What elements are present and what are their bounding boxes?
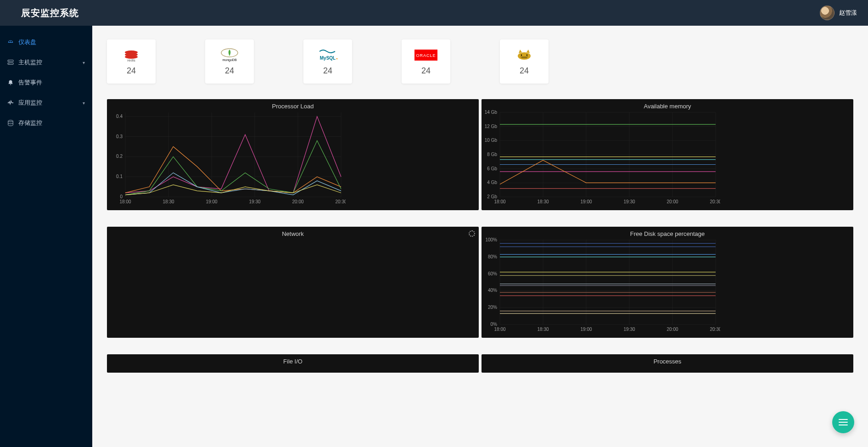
svg-text:2 Gb: 2 Gb [487, 194, 497, 199]
svg-text:19:00: 19:00 [580, 199, 592, 204]
dashboard-icon [7, 39, 14, 45]
card-value: 24 [421, 66, 431, 76]
svg-text:0.4: 0.4 [116, 114, 123, 119]
card-value: 24 [225, 66, 234, 76]
svg-point-17 [526, 54, 527, 56]
svg-text:mongoDB: mongoDB [222, 58, 236, 62]
server-icon [7, 59, 14, 66]
oracle-icon: ORACLE [412, 48, 440, 62]
chart-available-memory[interactable]: Available memory 2 Gb4 Gb6 Gb8 Gb10 Gb12… [482, 99, 853, 210]
svg-text:0: 0 [120, 194, 123, 199]
sidebar-item-dashboard[interactable]: 仪表盘 [0, 32, 92, 52]
svg-point-12 [336, 58, 338, 59]
service-cards: redis 24 mongoDB 24 MySQL 24 ORACLE [107, 39, 853, 84]
svg-text:20:00: 20:00 [666, 199, 678, 204]
svg-text:20:00: 20:00 [666, 327, 678, 332]
chart-disk[interactable]: Free Disk space percentage 0%20%40%60%80… [482, 227, 853, 338]
card-redis[interactable]: redis 24 [107, 39, 156, 84]
card-mongodb[interactable]: mongoDB 24 [205, 39, 254, 84]
svg-text:20:30: 20:30 [710, 327, 720, 332]
user-area[interactable]: 赵雪漾 [820, 6, 857, 20]
card-value: 24 [520, 66, 529, 76]
user-name: 赵雪漾 [839, 9, 857, 17]
svg-text:19:00: 19:00 [580, 327, 592, 332]
svg-text:18:30: 18:30 [162, 199, 174, 204]
chart-title: Free Disk space percentage [482, 227, 853, 237]
svg-text:18:30: 18:30 [537, 199, 549, 204]
sidebar-item-storage[interactable]: 存储监控 [0, 113, 92, 133]
chart-title: Available memory [482, 99, 853, 110]
main-content: redis 24 mongoDB 24 MySQL 24 ORACLE [92, 26, 868, 447]
svg-point-2 [9, 61, 9, 61]
svg-text:19:30: 19:30 [623, 199, 635, 204]
card-tomcat[interactable]: 24 [500, 39, 549, 84]
bell-icon [7, 79, 14, 86]
svg-text:0.3: 0.3 [116, 134, 123, 139]
card-value: 24 [127, 66, 136, 76]
database-icon [7, 120, 14, 126]
mongodb-icon: mongoDB [216, 48, 243, 62]
card-value: 24 [323, 66, 332, 76]
svg-text:18:00: 18:00 [119, 199, 131, 204]
svg-text:redis: redis [127, 58, 135, 62]
svg-text:19:30: 19:30 [623, 327, 635, 332]
chart-title: Processes [482, 354, 853, 365]
svg-point-16 [521, 54, 522, 56]
sidebar-item-label: 应用监控 [18, 99, 42, 107]
chevron-down-icon: ▾ [83, 60, 85, 65]
svg-point-3 [9, 63, 9, 64]
card-oracle[interactable]: ORACLE 24 [402, 39, 450, 84]
svg-text:20:00: 20:00 [292, 199, 303, 204]
mysql-icon: MySQL [314, 48, 342, 62]
svg-text:ORACLE: ORACLE [416, 53, 436, 58]
svg-text:8 Gb: 8 Gb [487, 152, 497, 157]
loading-icon [469, 230, 475, 237]
sidebar-item-label: 存储监控 [18, 119, 42, 127]
svg-text:18:00: 18:00 [494, 327, 505, 332]
svg-text:19:00: 19:00 [206, 199, 217, 204]
svg-text:20%: 20% [488, 305, 497, 310]
sidebar-item-host[interactable]: 主机监控 ▾ [0, 52, 92, 73]
svg-point-15 [518, 52, 531, 60]
sidebar-item-label: 仪表盘 [18, 38, 36, 46]
menu-icon [839, 422, 848, 423]
heartbeat-icon [7, 100, 14, 106]
svg-text:80%: 80% [488, 254, 497, 259]
sidebar-item-label: 告警事件 [18, 78, 42, 87]
tomcat-icon [510, 48, 538, 62]
svg-text:14 Gb: 14 Gb [485, 110, 498, 115]
chart-network[interactable]: Network [107, 227, 479, 338]
sidebar-item-label: 主机监控 [18, 58, 42, 67]
sidebar: 仪表盘 主机监控 ▾ 告警事件 应用监控 ▾ 存储监控 [0, 26, 92, 447]
chart-processes[interactable]: Processes [482, 354, 853, 373]
svg-text:4 Gb: 4 Gb [487, 180, 497, 185]
svg-text:0.2: 0.2 [116, 154, 123, 159]
svg-text:0%: 0% [491, 322, 498, 327]
chart-processor-load[interactable]: Processor Load 00.10.20.30.418:0018:3019… [107, 99, 479, 210]
svg-text:0.1: 0.1 [116, 174, 123, 179]
chart-fileio[interactable]: File I/O [107, 354, 479, 373]
chart-title: Network [107, 227, 479, 237]
svg-text:10 Gb: 10 Gb [485, 138, 498, 143]
svg-text:40%: 40% [488, 288, 497, 293]
avatar[interactable] [820, 6, 834, 20]
svg-rect-0 [8, 60, 13, 62]
chevron-down-icon: ▾ [83, 101, 85, 106]
menu-fab-button[interactable] [832, 411, 854, 433]
app-title: 辰安监控系统 [21, 7, 79, 19]
svg-text:100%: 100% [485, 237, 497, 242]
svg-text:20:30: 20:30 [335, 199, 346, 204]
sidebar-item-alarm[interactable]: 告警事件 [0, 73, 92, 93]
header: 辰安监控系统 赵雪漾 [0, 0, 868, 26]
svg-text:6 Gb: 6 Gb [487, 166, 497, 171]
sidebar-item-app[interactable]: 应用监控 ▾ [0, 93, 92, 113]
redis-icon: redis [118, 48, 145, 62]
card-mysql[interactable]: MySQL 24 [303, 39, 352, 84]
chart-title: Processor Load [107, 99, 479, 110]
svg-text:MySQL: MySQL [320, 56, 336, 61]
svg-text:19:30: 19:30 [249, 199, 260, 204]
svg-text:18:00: 18:00 [494, 199, 505, 204]
svg-point-4 [8, 120, 13, 122]
svg-text:12 Gb: 12 Gb [485, 124, 498, 129]
svg-text:60%: 60% [488, 271, 497, 276]
